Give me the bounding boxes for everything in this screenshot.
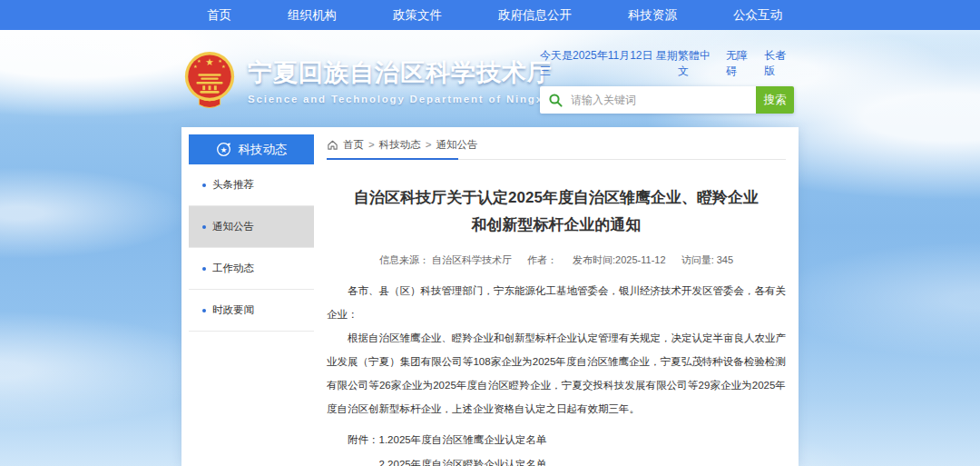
breadcrumb: 首页 > 科技动态 > 通知公告 bbox=[327, 134, 786, 154]
article-title-line2: 和创新型标杆企业的通知 bbox=[472, 216, 642, 233]
sidebar-item-label: 通知公告 bbox=[212, 220, 254, 233]
breadcrumb-sci-tech-news[interactable]: 科技动态 bbox=[379, 138, 421, 152]
sidebar-item-headline-picks[interactable]: 头条推荐 bbox=[189, 164, 314, 206]
sidebar-item-label: 时政要闻 bbox=[212, 303, 254, 317]
utility-links: 繁體中文 无障碍 长者版 bbox=[678, 48, 794, 79]
breadcrumb-current-notices: 通知公告 bbox=[436, 138, 477, 152]
site-brand: ★ ★ ★ ★ ★ 宁夏回族自治区科学技术厅 Science and Techn… bbox=[181, 50, 555, 110]
search-button[interactable]: 搜索 bbox=[756, 86, 794, 114]
circled-star-icon: ★ bbox=[216, 142, 231, 157]
sidebar-item-label: 工作动态 bbox=[212, 262, 254, 275]
breadcrumb-divider bbox=[327, 159, 786, 160]
national-emblem-logo: ★ ★ ★ ★ ★ bbox=[181, 50, 238, 110]
sidebar-item-notices[interactable]: 通知公告 bbox=[189, 206, 314, 248]
meta-publish-time: 发布时间:2025-11-12 bbox=[573, 254, 666, 265]
nav-item-organization[interactable]: 组织机构 bbox=[288, 7, 337, 24]
svg-text:★: ★ bbox=[205, 56, 214, 67]
article-paragraph: 根据自治区雏鹰企业、瞪羚企业和创新型标杆企业认定管理有关规定，决定认定半亩良人农… bbox=[327, 326, 786, 421]
attachment-link-gazelle-list[interactable]: 2.2025年度自治区瞪羚企业认定名单 bbox=[379, 452, 578, 466]
sidebar-menu: 头条推荐 通知公告 工作动态 时政要闻 bbox=[189, 164, 314, 332]
article-body: 各市、县（区）科技管理部门，宁东能源化工基地管委会，银川经济技术开发区管委会，各… bbox=[327, 279, 786, 421]
breadcrumb-active-underline bbox=[327, 158, 458, 160]
house-icon bbox=[327, 139, 338, 151]
svg-text:★: ★ bbox=[221, 64, 226, 69]
search-icon bbox=[548, 93, 564, 108]
article-meta: 信息来源： 自治区科学技术厅 作者： 发布时间:2025-11-12 访问量: … bbox=[327, 253, 786, 267]
date-row: 今天是2025年11月12日 星期三 繁體中文 无障碍 长者版 bbox=[540, 48, 794, 79]
site-subtitle: Science and Technology Department of Nin… bbox=[248, 94, 555, 104]
sidebar-item-label: 头条推荐 bbox=[212, 178, 254, 192]
attachments-block: 附件： 1.2025年度自治区雏鹰企业认定名单 2.2025年度自治区瞪羚企业认… bbox=[327, 428, 786, 466]
sidebar-title: 科技动态 bbox=[239, 142, 288, 158]
search-input[interactable] bbox=[564, 94, 756, 106]
content-panel: ★ 科技动态 头条推荐 通知公告 工作动态 bbox=[181, 127, 799, 466]
sidebar: ★ 科技动态 头条推荐 通知公告 工作动态 bbox=[189, 134, 314, 332]
topbar-utilities: 今天是2025年11月12日 星期三 繁體中文 无障碍 长者版 搜索 bbox=[540, 48, 794, 114]
current-date: 今天是2025年11月12日 星期三 bbox=[540, 48, 678, 79]
breadcrumb-separator: > bbox=[368, 139, 375, 150]
nav-item-gov-info-disclosure[interactable]: 政府信息公开 bbox=[498, 7, 572, 24]
site-title-block: 宁夏回族自治区科学技术厅 Science and Technology Depa… bbox=[248, 56, 555, 104]
search-bar: 搜索 bbox=[540, 86, 794, 114]
traditional-chinese-link[interactable]: 繁體中文 bbox=[678, 48, 718, 79]
svg-text:★: ★ bbox=[193, 64, 198, 69]
nav-item-sci-tech-resources[interactable]: 科技资源 bbox=[628, 7, 677, 24]
svg-text:★: ★ bbox=[220, 145, 227, 154]
top-navigation-items: 首页 组织机构 政策文件 政府信息公开 科技资源 公众互动 bbox=[207, 7, 782, 24]
svg-text:★: ★ bbox=[197, 58, 201, 64]
nav-item-home[interactable]: 首页 bbox=[207, 7, 231, 24]
sidebar-header-sci-tech-news[interactable]: ★ 科技动态 bbox=[189, 134, 314, 164]
top-navigation: 首页 组织机构 政策文件 政府信息公开 科技资源 公众互动 bbox=[0, 0, 980, 30]
page: 首页 组织机构 政策文件 政府信息公开 科技资源 公众互动 ★ ★ ★ ★ ★ bbox=[0, 0, 980, 466]
meta-source: 信息来源： 自治区科学技术厅 bbox=[379, 254, 512, 265]
bullet-icon bbox=[202, 267, 206, 271]
sidebar-item-current-affairs[interactable]: 时政要闻 bbox=[189, 290, 314, 332]
site-title: 宁夏回族自治区科学技术厅 bbox=[248, 56, 555, 89]
svg-text:★: ★ bbox=[218, 58, 222, 64]
attachments-label: 附件： bbox=[348, 428, 379, 466]
article-area: 首页 > 科技动态 > 通知公告 自治区科技厅关于认定2025年度自治区雏鹰企业… bbox=[327, 134, 786, 466]
bullet-icon bbox=[202, 183, 206, 187]
attachments-list: 1.2025年度自治区雏鹰企业认定名单 2.2025年度自治区瞪羚企业认定名单 … bbox=[379, 428, 578, 466]
accessibility-link[interactable]: 无障碍 bbox=[726, 48, 756, 79]
bullet-icon bbox=[202, 309, 206, 312]
article-title: 自治区科技厅关于认定2025年度自治区雏鹰企业、瞪羚企业 和创新型标杆企业的通知 bbox=[327, 184, 786, 239]
article-title-line1: 自治区科技厅关于认定2025年度自治区雏鹰企业、瞪羚企业 bbox=[354, 189, 759, 206]
nav-item-policy-documents[interactable]: 政策文件 bbox=[393, 7, 442, 24]
breadcrumb-separator: > bbox=[426, 139, 432, 150]
bullet-icon bbox=[202, 225, 206, 229]
article-paragraph: 各市、县（区）科技管理部门，宁东能源化工基地管委会，银川经济技术开发区管委会，各… bbox=[327, 279, 786, 326]
sidebar-item-work-updates[interactable]: 工作动态 bbox=[189, 248, 314, 290]
attachment-link-eagle-list[interactable]: 1.2025年度自治区雏鹰企业认定名单 bbox=[379, 428, 578, 452]
breadcrumb-home[interactable]: 首页 bbox=[343, 138, 364, 152]
meta-visits: 访问量: 345 bbox=[681, 254, 733, 265]
senior-version-link[interactable]: 长者版 bbox=[764, 48, 794, 79]
nav-item-public-interaction[interactable]: 公众互动 bbox=[733, 7, 782, 24]
meta-author: 作者： bbox=[527, 254, 557, 265]
